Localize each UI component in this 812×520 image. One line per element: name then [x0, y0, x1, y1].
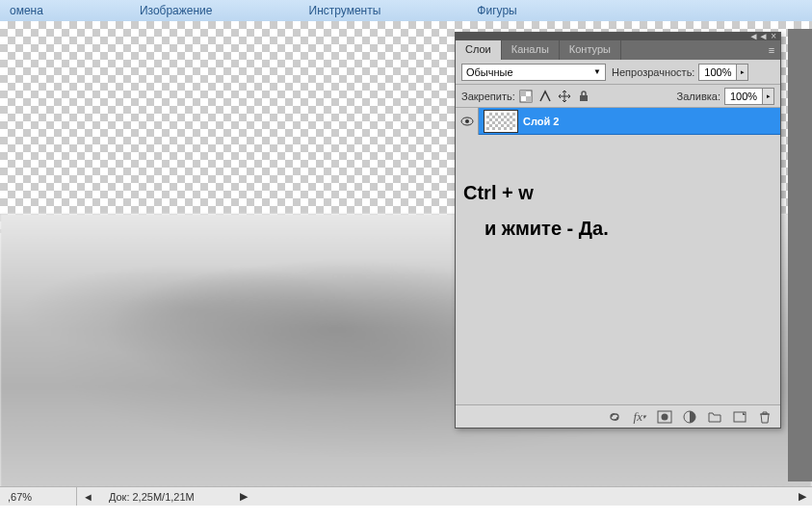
blend-mode-select[interactable]: Обычные ▼ — [461, 64, 606, 81]
workspace-background — [788, 29, 812, 481]
chevron-down-icon: ▼ — [593, 67, 601, 76]
svg-rect-2 — [526, 96, 532, 102]
visibility-toggle[interactable] — [456, 108, 479, 135]
lock-position-icon[interactable] — [558, 90, 571, 103]
layer-thumbnail[interactable] — [485, 111, 517, 132]
link-layers-icon[interactable] — [607, 409, 622, 425]
lock-image-icon[interactable] — [538, 90, 552, 103]
tab-layers[interactable]: Слои — [456, 40, 502, 60]
tab-channels[interactable]: Каналы — [502, 40, 560, 60]
svg-point-7 — [662, 413, 668, 420]
lock-all-icon[interactable] — [577, 90, 590, 103]
scroll-right-icon[interactable]: ▶ — [793, 490, 812, 503]
fill-label: Заливка: — [677, 91, 720, 102]
panel-tabs: Слои Каналы Контуры ≡ — [456, 40, 780, 60]
lock-row: Закрепить: Заливка: 100%▸ — [456, 85, 780, 108]
blend-mode-value: Обычные — [466, 66, 513, 78]
tab-paths[interactable]: Контуры — [560, 40, 621, 60]
instruction-text-2: и жмите - Да. — [485, 218, 609, 240]
layer-name[interactable]: Слой 2 — [523, 116, 559, 127]
blend-row: Обычные ▼ Непрозрачность: 100%▸ — [456, 60, 780, 85]
opacity-input[interactable]: 100% — [698, 64, 737, 81]
menu-item[interactable]: Инструменты — [309, 4, 381, 17]
panel-titlebar[interactable]: ◄◄ × — [456, 33, 780, 40]
document-size[interactable]: Док: 2,25M/1,21M — [99, 491, 234, 503]
statusbar: ,67% ◄ Док: 2,25M/1,21M ▶ ▶ — [0, 486, 812, 506]
new-layer-icon[interactable] — [732, 409, 747, 425]
svg-point-5 — [465, 119, 469, 123]
menu-item[interactable]: омена — [10, 4, 43, 17]
layer-row[interactable]: Слой 2 — [456, 108, 780, 135]
svg-rect-1 — [520, 91, 526, 96]
add-mask-icon[interactable] — [657, 409, 672, 425]
layers-panel: ◄◄ × Слои Каналы Контуры ≡ Обычные ▼ Неп… — [455, 32, 781, 429]
adjustment-layer-icon[interactable] — [682, 409, 697, 425]
instruction-text-1: Ctrl + w — [463, 182, 534, 204]
eye-icon — [460, 117, 474, 126]
doc-menu-icon[interactable]: ▶ — [240, 490, 248, 503]
new-group-icon[interactable] — [707, 409, 722, 425]
lock-label: Закрепить: — [461, 91, 515, 102]
panel-collapse-icon[interactable]: ◄◄ × — [749, 31, 776, 41]
scroll-left-icon[interactable]: ◄ — [77, 491, 99, 503]
menu-item[interactable]: Фигуры — [477, 4, 516, 17]
opacity-slider-icon[interactable]: ▸ — [737, 64, 748, 81]
zoom-field[interactable]: ,67% — [0, 487, 77, 506]
menu-item[interactable]: Изображение — [140, 4, 213, 17]
fill-input[interactable]: 100% — [724, 88, 763, 105]
opacity-label: Непрозрачность: — [612, 66, 694, 78]
panel-footer: fx▾ — [456, 404, 780, 428]
panel-menu-icon[interactable]: ≡ — [763, 40, 780, 60]
layer-style-icon[interactable]: fx▾ — [632, 409, 647, 425]
fill-slider-icon[interactable]: ▸ — [763, 88, 774, 105]
lock-transparency-icon[interactable] — [519, 90, 533, 103]
menubar: омена Изображение Инструменты Фигуры — [0, 0, 812, 21]
delete-layer-icon[interactable] — [757, 409, 773, 425]
svg-rect-3 — [580, 95, 588, 101]
